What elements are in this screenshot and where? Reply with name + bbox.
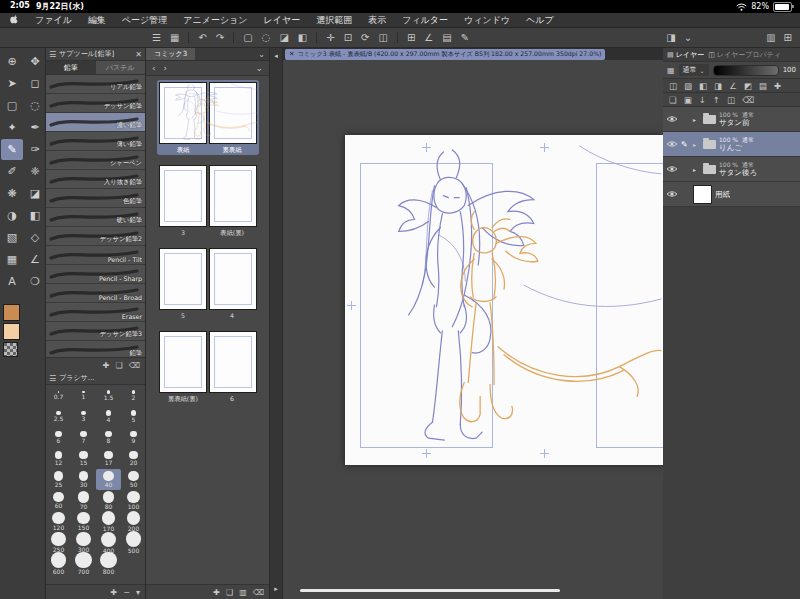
page-spread-thumbnail[interactable]: 5 4 — [157, 246, 259, 321]
menu-help[interactable]: ヘルプ — [518, 14, 562, 27]
panel-menu-icon[interactable]: ☰ — [49, 50, 56, 59]
merge-down-icon[interactable]: ↓ — [699, 95, 706, 105]
tab-layer-property[interactable]: ◫ レイヤープロパティ — [708, 50, 781, 60]
brush-size-cell[interactable]: 7 — [71, 427, 96, 448]
subtool-item[interactable]: 入り抜き鉛筆 — [46, 170, 145, 189]
brush-size-cell[interactable]: 80 — [96, 490, 121, 511]
page-thumb-left[interactable] — [159, 331, 207, 393]
subtool-item[interactable]: シャーペン — [46, 151, 145, 170]
menu-edit[interactable]: 編集 — [80, 14, 114, 27]
subtool-item[interactable]: デッサン鉛筆2 — [46, 227, 145, 246]
layer-visibility-icon[interactable] — [666, 140, 678, 148]
layer-visibility-icon[interactable] — [666, 115, 678, 123]
subtool-tab[interactable]: 鉛筆 — [46, 61, 96, 74]
figure-tool[interactable]: ◇ — [24, 227, 46, 248]
eraser-icon[interactable]: ◪ — [279, 32, 288, 43]
brush-size-cell[interactable]: 9 — [121, 427, 146, 448]
brush-size-cell[interactable]: 60 — [46, 490, 71, 511]
menu-view[interactable]: 表示 — [360, 14, 394, 27]
subtool-item[interactable]: Pencil - Sharp — [46, 265, 145, 284]
remove-size-icon[interactable]: − — [123, 588, 130, 597]
page-thumb-left[interactable] — [159, 248, 207, 310]
brush-size-cell[interactable]: 150 — [71, 511, 96, 532]
pen-quick-icon[interactable]: ✎ — [461, 32, 469, 43]
page-thumb-right[interactable] — [209, 165, 257, 227]
brush-size-cell[interactable]: 800 — [96, 553, 121, 574]
move-up-icon[interactable]: ↑ — [713, 95, 720, 105]
duplicate-page-icon[interactable]: ❏ — [226, 588, 233, 597]
hide-palettes-icon[interactable]: ▥ — [766, 32, 775, 43]
select-lasso-icon[interactable]: ◌ — [262, 32, 271, 43]
delete-layer-icon[interactable]: ⌫ — [742, 95, 754, 105]
menu-file[interactable]: ファイル — [27, 14, 80, 27]
ruler-layer-icon[interactable]: ∠ — [729, 81, 737, 91]
frame-border-tool[interactable]: ▦ — [1, 249, 23, 270]
material-icon[interactable]: ▤ — [442, 32, 451, 43]
separator[interactable] — [188, 32, 189, 43]
clip-at-layer-icon[interactable]: ◨ — [666, 32, 675, 43]
brush-size-cell[interactable]: 600 — [46, 553, 71, 574]
brush-size-cell[interactable]: 70 — [71, 490, 96, 511]
lock-layer-icon[interactable]: ◧ — [699, 81, 707, 91]
lasso-select-tool[interactable]: ◌ — [24, 95, 46, 116]
brush-size-cell[interactable]: 8 — [96, 427, 121, 448]
main-color-swatch[interactable] — [3, 304, 20, 321]
brush-size-cell[interactable]: 20 — [121, 448, 146, 469]
subtool-item[interactable]: 色鉛筆 — [46, 189, 145, 208]
move-icon[interactable]: ✛ — [326, 32, 334, 43]
brush-size-cell[interactable]: 4 — [96, 406, 121, 427]
tab-layer[interactable]: ▤ レイヤー — [667, 50, 704, 60]
eyedropper-tool[interactable]: ✒ — [24, 117, 46, 138]
layer-move-tool[interactable]: ◻ — [24, 73, 46, 94]
airbrush-tool[interactable]: ❈ — [24, 161, 46, 182]
layer-thumbnail[interactable] — [693, 185, 712, 204]
document-tab[interactable]: ✕ コミック3 表紙 - 裏表紙/B (420.00 x 297.00mm 製本… — [285, 49, 605, 60]
snap-ruler-icon[interactable]: ∠ — [424, 32, 433, 43]
page-spread-thumbnail[interactable]: 表紙 裏表紙 — [157, 80, 259, 155]
pen-tool[interactable]: ✑ — [24, 139, 46, 160]
page-thumb-right[interactable] — [209, 331, 257, 393]
add-palette-icon[interactable]: ⊞ — [784, 32, 792, 43]
page-thumb-right[interactable] — [209, 82, 257, 144]
deselect-icon[interactable]: ▢ — [243, 32, 252, 43]
balloon-tool[interactable]: ❍ — [24, 271, 46, 292]
subtool-item[interactable]: デッサン鉛筆3 — [46, 322, 145, 341]
menu-animation[interactable]: アニメーション — [175, 14, 255, 27]
delete-page-icon[interactable]: ⌫ — [253, 588, 264, 597]
brush-size-cell[interactable]: 3 — [71, 406, 96, 427]
pencil-tool[interactable]: ✎ — [1, 139, 23, 160]
blend-indicator-icon[interactable]: ◫ — [669, 81, 677, 91]
workspace-icon[interactable]: ▦ — [170, 32, 179, 43]
page-panel-menu-icon[interactable]: ⌄ — [258, 50, 269, 59]
page-thumb-right[interactable] — [209, 248, 257, 310]
brush-size-cell[interactable]: 100 — [121, 490, 146, 511]
redo-icon[interactable]: ↷ — [216, 32, 224, 43]
fill-tool[interactable]: ◧ — [24, 205, 46, 226]
rotate-canvas-icon[interactable]: ⟳ — [361, 32, 369, 43]
brush-size-cell[interactable]: 2.5 — [46, 406, 71, 427]
opacity-slider[interactable] — [713, 65, 779, 76]
lock-alpha-icon[interactable]: ▨ — [684, 81, 692, 91]
undo-icon[interactable]: ↶ — [198, 32, 206, 43]
subtool-item[interactable]: Pencil - Broad — [46, 284, 145, 303]
page-thumb-left[interactable] — [159, 165, 207, 227]
canvas-document[interactable] — [345, 135, 663, 465]
next-page-icon[interactable]: › — [164, 63, 168, 73]
layer-visibility-icon[interactable] — [666, 190, 678, 198]
brush-size-cell[interactable]: 12 — [46, 448, 71, 469]
mask-icon[interactable]: ◨ — [714, 81, 722, 91]
brush-size-cell[interactable]: 1.5 — [96, 385, 121, 406]
page-spread-thumbnail[interactable]: 3 表紙(裏) — [157, 163, 259, 238]
brush-size-cell[interactable]: 25 — [46, 469, 71, 490]
transform-icon[interactable]: ⊡ — [344, 32, 352, 43]
menu-layer[interactable]: レイヤー — [256, 14, 309, 27]
blend-mode-select[interactable]: 通常 ⌄ — [679, 64, 709, 76]
fill-icon[interactable]: ◧ — [298, 32, 307, 43]
subtool-item[interactable]: Eraser — [46, 303, 145, 322]
main-menu-icon[interactable]: ☰ — [152, 32, 161, 43]
brush-size-cell[interactable]: 30 — [71, 469, 96, 490]
brush-size-cell[interactable]: 17 — [96, 448, 121, 469]
brush-size-cell[interactable]: 170 — [96, 511, 121, 532]
prev-page-icon[interactable]: ‹ — [152, 63, 156, 73]
separator[interactable] — [397, 32, 398, 43]
